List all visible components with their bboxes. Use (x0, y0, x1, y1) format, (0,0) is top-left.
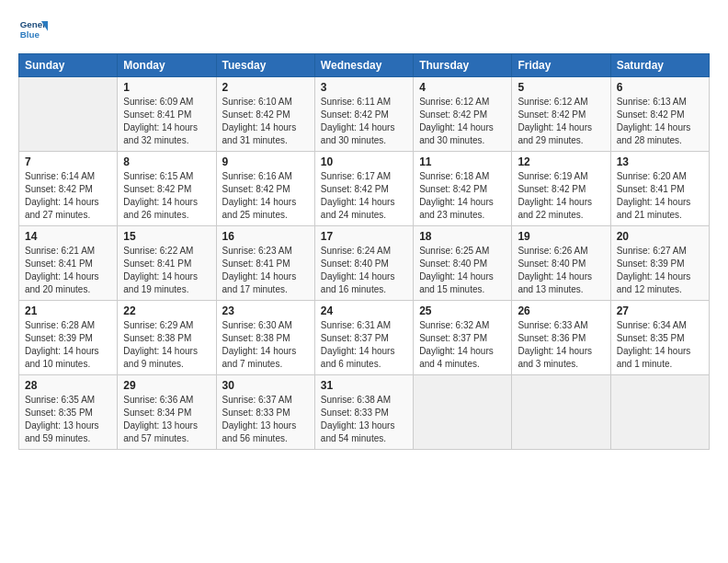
day-cell: 20Sunrise: 6:27 AM Sunset: 8:39 PM Dayli… (610, 226, 709, 301)
page-header: General Blue (18, 15, 710, 44)
day-detail: Sunrise: 6:11 AM Sunset: 8:42 PM Dayligh… (321, 96, 407, 147)
day-cell (19, 77, 118, 152)
day-cell: 17Sunrise: 6:24 AM Sunset: 8:40 PM Dayli… (314, 226, 413, 301)
day-detail: Sunrise: 6:31 AM Sunset: 8:37 PM Dayligh… (321, 319, 407, 371)
header-cell-friday: Friday (512, 54, 610, 77)
day-detail: Sunrise: 6:15 AM Sunset: 8:42 PM Dayligh… (123, 170, 210, 222)
day-number: 22 (123, 304, 210, 317)
day-detail: Sunrise: 6:37 AM Sunset: 8:33 PM Dayligh… (222, 394, 309, 445)
day-detail: Sunrise: 6:32 AM Sunset: 8:37 PM Dayligh… (419, 319, 506, 371)
day-number: 26 (518, 304, 604, 317)
day-detail: Sunrise: 6:20 AM Sunset: 8:41 PM Dayligh… (617, 170, 703, 222)
day-cell: 29Sunrise: 6:36 AM Sunset: 8:34 PM Dayli… (118, 375, 216, 450)
day-cell: 24Sunrise: 6:31 AM Sunset: 8:37 PM Dayli… (314, 301, 413, 375)
day-cell: 19Sunrise: 6:26 AM Sunset: 8:40 PM Dayli… (512, 226, 610, 301)
logo: General Blue (18, 15, 48, 44)
header-row: SundayMondayTuesdayWednesdayThursdayFrid… (19, 54, 710, 77)
calendar-body: 1Sunrise: 6:09 AM Sunset: 8:41 PM Daylig… (19, 77, 710, 450)
day-cell: 9Sunrise: 6:16 AM Sunset: 8:42 PM Daylig… (216, 152, 314, 226)
day-detail: Sunrise: 6:29 AM Sunset: 8:38 PM Dayligh… (123, 319, 210, 371)
day-detail: Sunrise: 6:28 AM Sunset: 8:39 PM Dayligh… (25, 319, 111, 371)
day-cell: 12Sunrise: 6:19 AM Sunset: 8:42 PM Dayli… (512, 152, 610, 226)
day-number: 19 (518, 230, 604, 243)
day-cell: 3Sunrise: 6:11 AM Sunset: 8:42 PM Daylig… (314, 77, 413, 152)
day-number: 12 (518, 155, 604, 168)
day-cell: 21Sunrise: 6:28 AM Sunset: 8:39 PM Dayli… (19, 301, 118, 375)
day-number: 23 (222, 304, 309, 317)
day-number: 16 (222, 230, 309, 243)
day-number: 5 (518, 81, 604, 94)
day-cell: 5Sunrise: 6:12 AM Sunset: 8:42 PM Daylig… (512, 77, 610, 152)
day-cell: 7Sunrise: 6:14 AM Sunset: 8:42 PM Daylig… (19, 152, 118, 226)
logo-icon: General Blue (18, 15, 48, 44)
day-detail: Sunrise: 6:33 AM Sunset: 8:36 PM Dayligh… (518, 319, 604, 371)
day-detail: Sunrise: 6:34 AM Sunset: 8:35 PM Dayligh… (617, 319, 703, 371)
day-number: 27 (617, 304, 703, 317)
day-cell (610, 375, 709, 450)
day-detail: Sunrise: 6:18 AM Sunset: 8:42 PM Dayligh… (419, 170, 506, 222)
day-cell: 10Sunrise: 6:17 AM Sunset: 8:42 PM Dayli… (314, 152, 413, 226)
day-cell: 6Sunrise: 6:13 AM Sunset: 8:42 PM Daylig… (610, 77, 709, 152)
day-cell: 4Sunrise: 6:12 AM Sunset: 8:42 PM Daylig… (414, 77, 512, 152)
day-detail: Sunrise: 6:17 AM Sunset: 8:42 PM Dayligh… (321, 170, 407, 222)
day-number: 9 (222, 155, 309, 168)
day-cell: 16Sunrise: 6:23 AM Sunset: 8:41 PM Dayli… (216, 226, 314, 301)
day-cell: 22Sunrise: 6:29 AM Sunset: 8:38 PM Dayli… (118, 301, 216, 375)
day-detail: Sunrise: 6:38 AM Sunset: 8:33 PM Dayligh… (321, 394, 407, 445)
day-detail: Sunrise: 6:13 AM Sunset: 8:42 PM Dayligh… (617, 96, 703, 147)
day-detail: Sunrise: 6:27 AM Sunset: 8:39 PM Dayligh… (617, 245, 703, 296)
day-number: 24 (321, 304, 407, 317)
day-cell: 25Sunrise: 6:32 AM Sunset: 8:37 PM Dayli… (414, 301, 512, 375)
header-cell-monday: Monday (118, 54, 216, 77)
day-cell: 18Sunrise: 6:25 AM Sunset: 8:40 PM Dayli… (414, 226, 512, 301)
header-cell-saturday: Saturday (610, 54, 709, 77)
day-detail: Sunrise: 6:24 AM Sunset: 8:40 PM Dayligh… (321, 245, 407, 296)
day-cell: 31Sunrise: 6:38 AM Sunset: 8:33 PM Dayli… (314, 375, 413, 450)
day-number: 21 (25, 304, 111, 317)
day-number: 28 (25, 379, 111, 392)
day-number: 10 (321, 155, 407, 168)
day-detail: Sunrise: 6:30 AM Sunset: 8:38 PM Dayligh… (222, 319, 309, 371)
calendar-table: SundayMondayTuesdayWednesdayThursdayFrid… (18, 53, 710, 450)
day-cell (512, 375, 610, 450)
day-detail: Sunrise: 6:36 AM Sunset: 8:34 PM Dayligh… (123, 394, 210, 445)
week-row-2: 7Sunrise: 6:14 AM Sunset: 8:42 PM Daylig… (19, 152, 710, 226)
day-detail: Sunrise: 6:35 AM Sunset: 8:35 PM Dayligh… (25, 394, 111, 445)
day-detail: Sunrise: 6:26 AM Sunset: 8:40 PM Dayligh… (518, 245, 604, 296)
day-number: 11 (419, 155, 506, 168)
day-cell: 26Sunrise: 6:33 AM Sunset: 8:36 PM Dayli… (512, 301, 610, 375)
day-detail: Sunrise: 6:23 AM Sunset: 8:41 PM Dayligh… (222, 245, 309, 296)
day-cell (414, 375, 512, 450)
day-number: 7 (25, 155, 111, 168)
day-number: 15 (123, 230, 210, 243)
day-number: 29 (123, 379, 210, 392)
week-row-4: 21Sunrise: 6:28 AM Sunset: 8:39 PM Dayli… (19, 301, 710, 375)
day-detail: Sunrise: 6:14 AM Sunset: 8:42 PM Dayligh… (25, 170, 111, 222)
header-cell-tuesday: Tuesday (216, 54, 314, 77)
day-detail: Sunrise: 6:22 AM Sunset: 8:41 PM Dayligh… (123, 245, 210, 296)
day-cell: 1Sunrise: 6:09 AM Sunset: 8:41 PM Daylig… (118, 77, 216, 152)
day-number: 31 (321, 379, 407, 392)
day-number: 13 (617, 155, 703, 168)
day-number: 6 (617, 81, 703, 94)
day-number: 30 (222, 379, 309, 392)
day-number: 1 (123, 81, 210, 94)
day-detail: Sunrise: 6:12 AM Sunset: 8:42 PM Dayligh… (518, 96, 604, 147)
day-cell: 28Sunrise: 6:35 AM Sunset: 8:35 PM Dayli… (19, 375, 118, 450)
day-cell: 23Sunrise: 6:30 AM Sunset: 8:38 PM Dayli… (216, 301, 314, 375)
day-number: 20 (617, 230, 703, 243)
day-number: 3 (321, 81, 407, 94)
week-row-3: 14Sunrise: 6:21 AM Sunset: 8:41 PM Dayli… (19, 226, 710, 301)
day-number: 8 (123, 155, 210, 168)
day-number: 17 (321, 230, 407, 243)
week-row-5: 28Sunrise: 6:35 AM Sunset: 8:35 PM Dayli… (19, 375, 710, 450)
day-cell: 13Sunrise: 6:20 AM Sunset: 8:41 PM Dayli… (610, 152, 709, 226)
week-row-1: 1Sunrise: 6:09 AM Sunset: 8:41 PM Daylig… (19, 77, 710, 152)
day-detail: Sunrise: 6:10 AM Sunset: 8:42 PM Dayligh… (222, 96, 309, 147)
day-detail: Sunrise: 6:09 AM Sunset: 8:41 PM Dayligh… (123, 96, 210, 147)
day-cell: 2Sunrise: 6:10 AM Sunset: 8:42 PM Daylig… (216, 77, 314, 152)
header-cell-thursday: Thursday (414, 54, 512, 77)
header-cell-wednesday: Wednesday (314, 54, 413, 77)
day-number: 4 (419, 81, 506, 94)
day-cell: 8Sunrise: 6:15 AM Sunset: 8:42 PM Daylig… (118, 152, 216, 226)
